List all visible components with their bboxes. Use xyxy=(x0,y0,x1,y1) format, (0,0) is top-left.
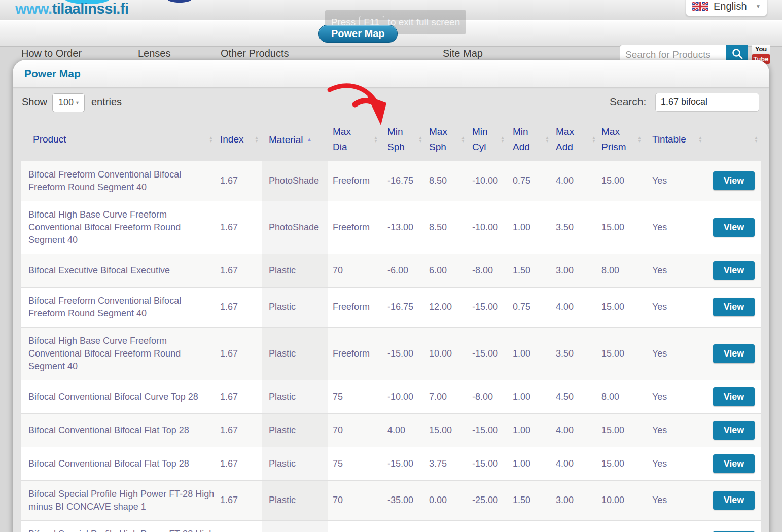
cell-max-add: 4.00 xyxy=(552,447,599,480)
language-selector[interactable]: English ▼ xyxy=(686,0,767,16)
nav-item-other-products[interactable]: Other Products xyxy=(221,48,289,59)
cell-min-cyl: -8.00 xyxy=(468,254,508,287)
th-max-dia[interactable]: Max Dia▲▼ xyxy=(328,119,381,161)
cell-min-sph: 4.00 xyxy=(381,413,425,447)
view-button[interactable]: View xyxy=(713,491,755,510)
cell-tintable: Yes xyxy=(645,520,705,532)
view-button[interactable]: View xyxy=(713,454,755,473)
nav-item-how-to-order[interactable]: How to Order xyxy=(21,48,82,59)
th-min-sph[interactable]: Min Sph▲▼ xyxy=(381,119,425,161)
sort-icon: ▲▼ xyxy=(754,136,758,143)
cell-view: View xyxy=(705,161,761,201)
cell-max-add: 4.00 xyxy=(552,413,599,447)
cell-material: Plastic xyxy=(262,380,328,413)
show-label: Show xyxy=(22,96,47,108)
cell-material: Plastic xyxy=(262,520,328,532)
cell-min-sph: -16.75 xyxy=(381,161,425,201)
cell-min-cyl: -25.00 xyxy=(468,520,508,532)
cell-tintable: Yes xyxy=(645,254,705,287)
cell-index: 1.67 xyxy=(216,520,262,532)
cell-max-sph: 0.00 xyxy=(425,520,468,532)
cell-index: 1.67 xyxy=(216,480,262,520)
cell-material: PhotoShade xyxy=(262,201,328,254)
cell-min-add: 1.00 xyxy=(508,447,552,480)
cell-product: Bifocal Special Profile High Power FT-28… xyxy=(21,520,216,532)
view-button[interactable]: View xyxy=(713,298,755,316)
nav-item-lenses[interactable]: Lenses xyxy=(138,48,171,59)
view-button[interactable]: View xyxy=(713,261,755,280)
page-size-select[interactable]: 100 ▼ xyxy=(52,93,85,112)
cell-min-cyl: -10.00 xyxy=(468,161,508,201)
view-button[interactable]: View xyxy=(713,171,755,190)
table-row: Bifocal Freeform Conventional Bifocal Fr… xyxy=(21,287,761,327)
table-wrap: Product▲▼ Index▲▼ Material▲ Max Dia▲▼ Mi… xyxy=(13,119,769,532)
cell-max-add: 3.00 xyxy=(552,480,599,520)
cell-min-cyl: -15.00 xyxy=(468,327,508,380)
language-label: English xyxy=(714,1,756,12)
th-view[interactable]: ▲▼ xyxy=(705,119,761,161)
cell-max-dia: Freeform xyxy=(328,287,381,327)
cell-max-dia: Freeform xyxy=(328,161,381,201)
cell-tintable: Yes xyxy=(645,380,705,413)
table-header-row: Product▲▼ Index▲▼ Material▲ Max Dia▲▼ Mi… xyxy=(21,119,761,161)
cell-product: Bifocal Freeform Conventional Bifocal Fr… xyxy=(21,161,216,201)
table-search-input[interactable] xyxy=(655,93,759,112)
cell-view: View xyxy=(705,413,761,447)
cell-max-prism: 10.00 xyxy=(599,520,645,532)
cell-view: View xyxy=(705,254,761,287)
sort-icon: ▲▼ xyxy=(501,136,505,143)
th-min-add[interactable]: Min Add▲▼ xyxy=(508,119,552,161)
view-button[interactable]: View xyxy=(713,421,755,440)
cell-max-add: 4.00 xyxy=(552,287,599,327)
table-row: Bifocal High Base Curve Freeform Convent… xyxy=(21,327,761,380)
th-product[interactable]: Product▲▼ xyxy=(21,119,216,161)
th-max-prism[interactable]: Max Prism▲▼ xyxy=(599,119,645,161)
cell-min-cyl: -8.00 xyxy=(468,380,508,413)
nav-item-power-map-active[interactable]: Power Map xyxy=(318,25,398,43)
cell-min-cyl: -15.00 xyxy=(468,447,508,480)
cell-tintable: Yes xyxy=(645,287,705,327)
cell-material: Plastic xyxy=(262,480,328,520)
nav-item-site-map[interactable]: Site Map xyxy=(443,48,483,59)
view-button[interactable]: View xyxy=(713,218,755,237)
cell-max-sph: 6.00 xyxy=(425,254,468,287)
cell-product: Bifocal Conventional Bifocal Flat Top 28 xyxy=(21,413,216,447)
page-size-value: 100 xyxy=(58,97,74,108)
th-min-cyl[interactable]: Min Cyl▲▼ xyxy=(468,119,508,161)
page: www.tilaalinssi.fi English ▼ How to Orde… xyxy=(0,0,782,532)
th-max-add[interactable]: Max Add▲▼ xyxy=(552,119,599,161)
cell-tintable: Yes xyxy=(645,480,705,520)
sort-ascending-icon: ▲ xyxy=(307,136,312,143)
th-tintable[interactable]: Tintable▲▼ xyxy=(645,119,705,161)
sort-icon: ▲▼ xyxy=(592,136,596,143)
cell-product: Bifocal High Base Curve Freeform Convent… xyxy=(21,327,216,380)
cell-index: 1.67 xyxy=(216,254,262,287)
cell-max-sph: 0.00 xyxy=(425,480,468,520)
cell-max-add: 3.50 xyxy=(552,201,599,254)
cell-min-add: 1.00 xyxy=(508,201,552,254)
cell-max-dia: 70 xyxy=(328,254,381,287)
page-title: Power Map xyxy=(13,60,769,80)
table-row: Bifocal Conventional Bifocal Flat Top 28… xyxy=(21,413,761,447)
cell-view: View xyxy=(705,447,761,480)
view-button[interactable]: View xyxy=(713,387,755,406)
cell-view: View xyxy=(705,201,761,254)
cell-max-add: 3.00 xyxy=(552,254,599,287)
site-logo[interactable]: www.tilaalinssi.fi xyxy=(15,1,129,17)
th-index[interactable]: Index▲▼ xyxy=(216,119,262,161)
cell-min-sph: -6.00 xyxy=(381,254,425,287)
cell-min-cyl: -15.00 xyxy=(468,413,508,447)
cell-min-sph: -10.00 xyxy=(381,380,425,413)
view-button[interactable]: View xyxy=(713,344,755,363)
th-max-sph[interactable]: Max Sph▲▼ xyxy=(425,119,468,161)
cell-max-sph: 8.50 xyxy=(425,161,468,201)
cell-min-add: 1.00 xyxy=(508,413,552,447)
cell-max-prism: 15.00 xyxy=(599,201,645,254)
cell-min-add: 1.50 xyxy=(508,480,552,520)
cell-product: Bifocal Special Profile High Power FT-28… xyxy=(21,480,216,520)
logo-www: www. xyxy=(15,1,52,17)
sort-icon: ▲▼ xyxy=(418,136,422,143)
th-material[interactable]: Material▲ xyxy=(262,119,328,161)
cell-min-cyl: -10.00 xyxy=(468,201,508,254)
cell-view: View xyxy=(705,287,761,327)
